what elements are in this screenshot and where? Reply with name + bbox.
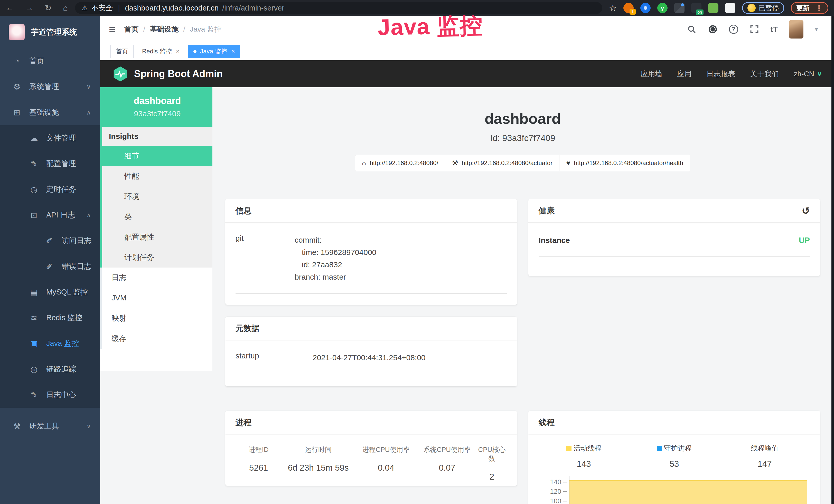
sba-nav-applications[interactable]: 应用 <box>677 69 692 79</box>
address-bar[interactable]: ⚠ 不安全 | dashboard.yudao.iocoder.cn/infra… <box>75 2 602 14</box>
browser-home-button[interactable]: ⌂ <box>63 3 68 13</box>
sba-instance-header[interactable]: dashboard 93a3fc7f7409 <box>102 87 213 127</box>
sidebar-item-tracing[interactable]: ◎ 链路追踪 <box>0 357 100 382</box>
sba-logo-icon <box>112 66 128 82</box>
layers-icon: ≋ <box>28 313 40 323</box>
info-key-git: git <box>236 234 294 283</box>
sidebar-item-error-logs[interactable]: ✐ 错误日志 <box>0 254 100 279</box>
sidebar-item-java-monitor[interactable]: ▣ Java 监控 <box>0 331 100 357</box>
sba-nav-metrics[interactable]: 性能 <box>102 166 213 186</box>
browser-back-button[interactable]: ← <box>6 3 14 13</box>
breadcrumb: 首页 / 基础设施 / Java 监控 <box>124 24 222 34</box>
health-url: http://192.168.0.2:48080/actuator/health <box>574 159 683 167</box>
extension-icon-pin[interactable] <box>640 3 651 13</box>
sidebar-item-home[interactable]: ◔ 首页 <box>0 48 100 74</box>
peak-threads-label: 线程峰值 <box>751 444 778 453</box>
close-icon[interactable]: × <box>176 48 179 55</box>
sidebar-item-api-logs[interactable]: ⊡ API 日志 ∧ <box>0 202 100 228</box>
font-size-button[interactable]: tT <box>771 25 778 33</box>
browser-menu-icon[interactable]: ⋮ <box>815 4 823 13</box>
health-url-button[interactable]: ♥ http://192.168.0.2:48080/actuator/heal… <box>559 155 690 171</box>
actuator-url: http://192.168.0.2:48080/actuator <box>462 159 553 167</box>
tab-home[interactable]: 首页 <box>110 45 134 58</box>
sba-nav-caches[interactable]: 缓存 <box>102 328 213 349</box>
extension-icon-switch[interactable]: on <box>691 3 701 13</box>
info-card-title: 信息 <box>225 199 517 223</box>
emoji-face-icon <box>747 4 756 12</box>
sba-nav-config-props[interactable]: 配置属性 <box>102 227 213 247</box>
extension-icon-y[interactable]: y <box>657 3 667 13</box>
chevron-up-icon: ∧ <box>86 109 91 116</box>
git-id-line: id: 27aa832 <box>294 258 376 271</box>
extension-icon-grid[interactable] <box>674 3 684 13</box>
extension-icon-orange[interactable]: 1 <box>623 3 634 13</box>
tab-java-monitor[interactable]: Java 监控 × <box>188 45 240 58</box>
sba-nav-classes[interactable]: 类 <box>102 207 213 227</box>
sidebar-item-label: 研发工具 <box>29 421 59 431</box>
tab-label: Redis 监控 <box>142 47 172 55</box>
git-time-line: time: 1596289704000 <box>294 246 376 258</box>
sidebar-item-scheduled-tasks[interactable]: ◷ 定时任务 <box>0 177 100 202</box>
git-commit-line: commit: <box>294 234 376 246</box>
sidebar-item-redis-monitor[interactable]: ≋ Redis 监控 <box>0 305 100 331</box>
sba-nav-mappings[interactable]: 映射 <box>102 308 213 328</box>
breadcrumb-home[interactable]: 首页 <box>124 24 139 34</box>
app-logo[interactable]: 芋道管理系统 <box>0 16 100 48</box>
cpu-cores-value: 2 <box>477 472 507 482</box>
service-url-button[interactable]: ⌂ http://192.168.0.2:48080/ <box>355 155 445 171</box>
extensions-puzzle-icon[interactable] <box>725 3 736 13</box>
sidebar-item-label: 基础设施 <box>29 107 59 118</box>
sidebar-item-dev-tools[interactable]: ⚒ 研发工具 ∨ <box>0 413 100 439</box>
fullscreen-icon[interactable] <box>749 24 759 34</box>
process-cpu-value: 0.04 <box>355 463 417 473</box>
sidebar-submenu-infrastructure: ☁ 文件管理 ✎ 配置管理 ◷ 定时任务 ⊡ API 日志 ∧ ✐ 访问日志 ✐… <box>0 125 100 408</box>
actuator-url-button[interactable]: ⚒ http://192.168.0.2:48080/actuator <box>445 155 559 171</box>
tab-redis-monitor[interactable]: Redis 监控 × <box>137 45 185 58</box>
sidebar-item-access-logs[interactable]: ✐ 访问日志 <box>0 228 100 254</box>
history-icon[interactable]: ↺ <box>802 205 810 216</box>
paused-indicator[interactable]: 已暂停 <box>742 2 784 14</box>
avatar[interactable] <box>789 20 804 39</box>
sidebar-item-label: 访问日志 <box>62 236 91 246</box>
locale-label: zh-CN <box>794 70 814 78</box>
y-tick-120: 120 <box>539 487 561 496</box>
help-icon[interactable]: ? <box>729 25 738 34</box>
metadata-key-startup: startup <box>236 351 313 364</box>
sba-nav-about[interactable]: 关于我们 <box>750 69 779 79</box>
sba-nav-jvm[interactable]: JVM <box>102 288 213 308</box>
sba-nav-journal[interactable]: 日志报表 <box>707 69 736 79</box>
sidebar-item-system[interactable]: ⚙ 系统管理 ∨ <box>0 74 100 100</box>
search-icon[interactable] <box>687 24 697 34</box>
sba-nav-logging[interactable]: 日志 <box>102 268 213 288</box>
sidebar-item-config-management[interactable]: ✎ 配置管理 <box>0 151 100 177</box>
instance-id: 93a3fc7f7409 <box>105 109 210 118</box>
close-icon[interactable]: × <box>231 48 235 55</box>
sba-nav-scheduled-tasks[interactable]: 计划任务 <box>102 247 213 268</box>
locale-selector[interactable]: zh-CN ∨ <box>794 70 822 78</box>
sba-instance-sidebar: dashboard 93a3fc7f7409 Insights 细节 性能 环境… <box>100 87 213 371</box>
sidebar-item-log-center[interactable]: ✎ 日志中心 <box>0 382 100 408</box>
sidebar-item-infrastructure[interactable]: ⊞ 基础设施 ∧ <box>0 100 100 125</box>
health-instance-label: Instance <box>539 236 598 245</box>
sba-nav-details[interactable]: 细节 <box>102 146 213 166</box>
github-icon[interactable] <box>708 24 718 34</box>
sidebar-collapse-button[interactable]: ≡ <box>109 23 115 36</box>
sba-brand[interactable]: Spring Boot Admin <box>112 66 223 82</box>
avatar-caret-icon[interactable]: ▾ <box>815 25 818 33</box>
sidebar-item-mysql-monitor[interactable]: ▤ MySQL 监控 <box>0 279 100 305</box>
bookmark-star-icon[interactable]: ☆ <box>609 3 617 13</box>
metadata-value-startup: 2021-04-27T00:44:31.254+08:00 <box>313 351 425 364</box>
info-value-git: commit: time: 1596289704000 id: 27aa832 … <box>294 234 376 283</box>
breadcrumb-infrastructure[interactable]: 基础设施 <box>150 24 178 34</box>
window-scrollbar[interactable] <box>831 16 834 504</box>
sba-nav-wallboard[interactable]: 应用墙 <box>641 69 662 79</box>
security-label[interactable]: 不安全 <box>91 3 113 13</box>
daemon-threads-value: 53 <box>629 459 720 469</box>
browser-reload-button[interactable]: ↻ <box>45 3 52 13</box>
browser-forward-button[interactable]: → <box>25 3 34 13</box>
process-card: 进程 进程ID 5261 运行时间 6d 23h 15m 59s 进程CPU使用… <box>225 411 517 486</box>
chrome-update-button[interactable]: 更新 ⋮ <box>791 2 828 14</box>
sba-nav-environment[interactable]: 环境 <box>102 186 213 207</box>
extension-icon-leaf[interactable] <box>708 3 719 13</box>
sidebar-item-file-management[interactable]: ☁ 文件管理 <box>0 125 100 151</box>
